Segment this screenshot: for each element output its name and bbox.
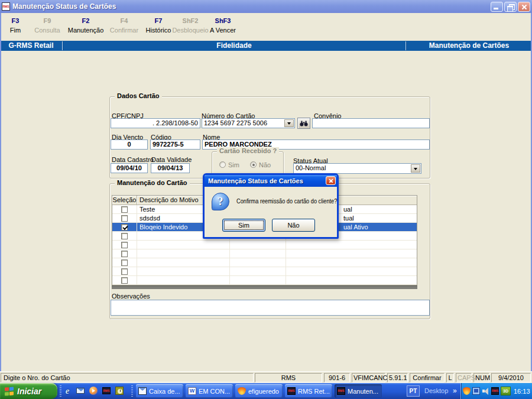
group-title: Manutenção do Cartão: [115, 179, 190, 186]
dialog-title: Manutenção Status de Cartões: [208, 177, 303, 184]
chevron-down-icon[interactable]: [411, 164, 420, 173]
numero-cartao-combo[interactable]: 1234 5697 2275 5006: [202, 118, 295, 128]
fkey-historico[interactable]: F7 Histórico: [143, 17, 174, 34]
data-cadastro-label: Data Cadastro: [112, 156, 154, 163]
fkey-action: Confirmar: [106, 27, 142, 34]
fkey-action: A Vencer: [207, 27, 239, 34]
row-checkbox[interactable]: [121, 215, 128, 222]
task-caixa[interactable]: Caixa de...: [136, 384, 183, 398]
table-row[interactable]: [112, 249, 417, 258]
fkey-label: F2: [66, 17, 105, 24]
windows-flag-icon: [5, 387, 14, 395]
rms-icon: RMS: [337, 387, 345, 395]
toolbar-chevron-icon[interactable]: »: [453, 383, 457, 399]
close-icon[interactable]: [518, 2, 530, 12]
row-checkbox[interactable]: [121, 277, 128, 284]
convenio-field[interactable]: [312, 118, 430, 128]
data-cadastro-field[interactable]: 09/04/10: [111, 163, 148, 173]
fkey-action: Desbloqueio: [171, 27, 209, 34]
mail-icon: [138, 387, 147, 395]
status-atual-value: 00-Normal: [296, 164, 326, 171]
chevron-down-icon[interactable]: [284, 119, 294, 127]
task-label: Manuten...: [348, 388, 378, 395]
cartao-recebido-label: Cartão Recebido ?: [217, 147, 279, 154]
fkey-action: Consulta: [31, 27, 64, 34]
tray-3d-icon[interactable]: 3D: [501, 387, 511, 395]
row-checkbox[interactable]: [121, 206, 128, 213]
nao-button[interactable]: Não: [272, 219, 315, 232]
tray-flame-icon[interactable]: [463, 387, 471, 395]
table-row[interactable]: [112, 258, 417, 267]
fkey-action: Histórico: [143, 27, 174, 34]
confirmation-dialog: Manutenção Status de Cartões ? Confirma …: [203, 173, 339, 239]
row-checkbox[interactable]: [121, 242, 128, 248]
status-message: Digite o Nro. do Cartão: [1, 373, 254, 382]
task-rms-retail[interactable]: RMS RMS Ret...: [285, 384, 332, 398]
col3-cell: [230, 276, 286, 284]
fkey-manutencao[interactable]: F2 Manutenção: [66, 17, 105, 34]
table-row[interactable]: [112, 276, 417, 285]
motivo-cell: [137, 249, 230, 258]
table-row[interactable]: [112, 241, 417, 249]
internet-explorer-icon[interactable]: e: [63, 386, 72, 395]
rms-quicklaunch-icon[interactable]: RMS: [102, 386, 111, 395]
tray-network-icon[interactable]: [472, 387, 480, 395]
row-checkbox[interactable]: [121, 259, 128, 266]
function-key-toolbar: F3 Fim F9 Consulta F2 Manutenção F4 Conf…: [0, 13, 532, 41]
numero-cartao-value: 1234 5697 2275 5006: [204, 119, 267, 126]
radio-sim[interactable]: [219, 161, 226, 168]
cpf-cnpj-field[interactable]: . 2.298/1098-50: [111, 118, 200, 128]
fkey-consulta[interactable]: F9 Consulta: [31, 17, 64, 34]
fkey-label: F3: [1, 17, 30, 24]
fkey-label: F7: [143, 17, 174, 24]
observacoes-label: Observações: [112, 293, 150, 300]
app-icon: RMS: [2, 2, 10, 11]
desktop-toolbar-label[interactable]: Desktop: [424, 383, 448, 399]
tray-rms-icon[interactable]: RMS: [491, 387, 499, 395]
question-icon: ?: [212, 193, 229, 210]
fkey-a-vencer[interactable]: ShF3 A Vencer: [207, 17, 239, 34]
table-row[interactable]: [112, 267, 417, 276]
close-icon[interactable]: [326, 176, 336, 185]
task-em-con[interactable]: W EM CON...: [186, 384, 233, 398]
outlook-express-icon[interactable]: [76, 386, 85, 395]
task-manutencao[interactable]: RMS Manuten...: [335, 384, 382, 398]
dia-vencto-field[interactable]: 0: [111, 140, 148, 150]
radio-nao[interactable]: [250, 161, 257, 168]
start-button[interactable]: Iniciar: [0, 383, 57, 399]
status-mode: Confirmar: [410, 373, 445, 382]
row-checkbox[interactable]: [121, 268, 128, 275]
grid-scrollbar[interactable]: [112, 286, 417, 289]
binoculars-icon: [300, 121, 308, 126]
col-header-selecao: Seleção: [112, 196, 137, 205]
search-binoculars-button[interactable]: [297, 118, 310, 129]
row-checkbox[interactable]: [121, 233, 128, 239]
media-player-icon[interactable]: [89, 386, 98, 395]
sim-button[interactable]: Sim: [222, 219, 265, 232]
tray-volume-icon[interactable]: [482, 387, 489, 395]
status-program: VFIMCANC: [352, 373, 385, 382]
system-tray: RMS 3D 16:13: [460, 383, 532, 399]
fkey-confirmar[interactable]: F4 Confirmar: [106, 17, 142, 34]
fkey-label: F4: [106, 17, 142, 24]
group-title: Dados Cartão: [115, 92, 162, 99]
task-efigueredo[interactable]: efigueredo: [235, 384, 283, 398]
fkey-fim[interactable]: F3 Fim: [1, 17, 30, 34]
fkey-label: ShF3: [207, 17, 239, 24]
restore-icon[interactable]: [504, 2, 517, 12]
data-validade-field[interactable]: 09/04/13: [151, 163, 190, 173]
header-screen-name: Manutenção de Cartões: [406, 41, 532, 51]
window-edge: [0, 13, 1, 371]
row-checkbox[interactable]: [121, 251, 128, 257]
task-label: EM CON...: [199, 388, 230, 395]
language-indicator[interactable]: PT: [407, 385, 420, 397]
row-checkbox[interactable]: [121, 224, 128, 231]
observacoes-field[interactable]: [111, 300, 430, 316]
scheduler-icon[interactable]: [115, 386, 124, 395]
codigo-field[interactable]: 9972275-5: [150, 140, 200, 150]
question-mark: ?: [218, 196, 223, 208]
header-app-name: G-RMS Retail: [0, 41, 62, 51]
fkey-desbloqueio[interactable]: ShF2 Desbloqueio: [171, 17, 209, 34]
minimize-icon[interactable]: [491, 2, 503, 12]
status-atual-combo[interactable]: 00-Normal: [293, 163, 421, 174]
